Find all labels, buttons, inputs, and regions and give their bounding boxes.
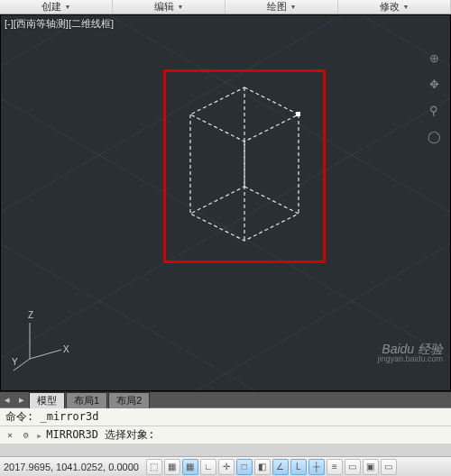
tab-layout1[interactable]: 布局1 xyxy=(66,392,107,408)
ribbon-panel-modify[interactable]: 修改 ▼ xyxy=(338,0,451,14)
command-options-icon[interactable]: ⚙ xyxy=(20,429,32,442)
sb-tpy[interactable]: ▭ xyxy=(345,459,361,475)
sb-polar[interactable]: ✛ xyxy=(218,459,235,475)
zoom-icon[interactable]: ⚲ xyxy=(427,104,441,117)
tab-layout2[interactable]: 布局2 xyxy=(108,392,150,408)
dropdown-icon: ▼ xyxy=(403,4,410,10)
sb-otrack[interactable]: ∠ xyxy=(272,459,289,475)
status-bar: 2017.9695, 1041.0252, 0.0000 ⬚ ▦ ▦ ∟ ✛ □… xyxy=(0,456,451,476)
ribbon: 创建 ▼ 编辑 ▼ 绘图 ▼ 修改 ▼ xyxy=(0,0,451,14)
command-prompt-row: ⨯ ⚙ ▸ MIRROR3D 选择对象: xyxy=(0,426,451,444)
ucs-icon[interactable]: Z X Y xyxy=(12,309,75,372)
ribbon-label: 绘图 xyxy=(267,0,287,14)
ribbon-label: 创建 xyxy=(41,0,61,14)
command-area: 命令: _mirror3d ⨯ ⚙ ▸ MIRROR3D 选择对象: xyxy=(0,407,451,444)
dropdown-icon: ▼ xyxy=(178,4,184,10)
sb-osnap[interactable]: □ xyxy=(236,459,253,475)
sb-sc[interactable]: ▭ xyxy=(381,459,397,475)
viewport-label[interactable]: [-][西南等轴测][二维线框] xyxy=(5,17,114,31)
sb-grid[interactable]: ▦ xyxy=(182,459,198,475)
ribbon-label: 编辑 xyxy=(154,0,174,14)
ribbon-panel-draw[interactable]: 绘图 ▼ xyxy=(226,0,338,14)
orbit-icon[interactable]: ◯ xyxy=(427,130,441,143)
view-nav-bar: ⊕ ✥ ⚲ ◯ xyxy=(427,51,441,143)
sb-ortho[interactable]: ∟ xyxy=(200,459,216,475)
ucs-y-label: Y xyxy=(12,357,18,367)
sb-lwt[interactable]: ≡ xyxy=(327,459,343,475)
tab-model[interactable]: 模型 xyxy=(29,392,65,408)
ribbon-panel-create[interactable]: 创建 ▼ xyxy=(0,0,113,14)
ribbon-label: 修改 xyxy=(380,0,400,14)
steering-wheel-icon[interactable]: ⊕ xyxy=(427,51,441,65)
ucs-x-label: X xyxy=(63,344,69,354)
command-close-icon[interactable]: ⨯ xyxy=(4,429,16,442)
selection-highlight xyxy=(163,69,326,263)
dropdown-icon: ▼ xyxy=(65,4,71,10)
sb-qp[interactable]: ▣ xyxy=(363,459,379,475)
sb-dyn[interactable]: ┼ xyxy=(308,459,325,475)
sb-3dosnap[interactable]: ◧ xyxy=(254,459,271,475)
sb-snap[interactable]: ▦ xyxy=(164,459,180,475)
tab-next-icon[interactable]: ▸ xyxy=(14,393,29,407)
layout-tabs: ◂ ▸ 模型 布局1 布局2 xyxy=(0,391,451,407)
coordinate-readout[interactable]: 2017.9695, 1041.0252, 0.0000 xyxy=(4,462,144,472)
svg-line-7 xyxy=(30,350,61,359)
ribbon-panel-edit[interactable]: 编辑 ▼ xyxy=(113,0,226,14)
dropdown-icon: ▼ xyxy=(290,4,297,10)
ucs-z-label: Z xyxy=(28,310,33,320)
drawing-viewport[interactable]: [-][西南等轴测][二维线框] ⊕ ✥ ⚲ ◯ xyxy=(0,14,451,391)
command-history: 命令: _mirror3d xyxy=(0,408,451,426)
pan-icon[interactable]: ✥ xyxy=(427,78,441,91)
sb-infer[interactable]: ⬚ xyxy=(146,459,162,475)
command-input[interactable]: MIRROR3D 选择对象: xyxy=(46,427,154,443)
sb-ducs[interactable]: L xyxy=(290,459,307,475)
tab-prev-icon[interactable]: ◂ xyxy=(0,393,14,407)
